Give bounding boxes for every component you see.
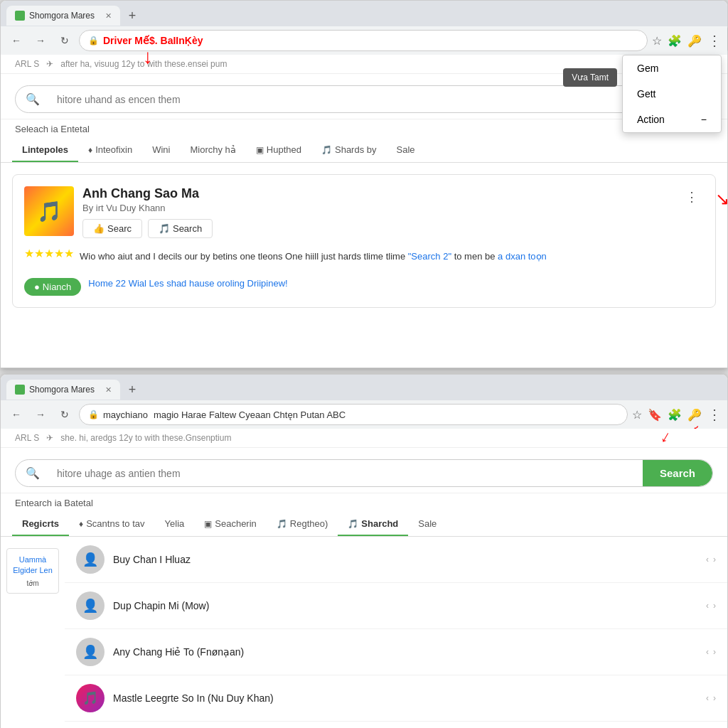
arrow-left-3[interactable]: ‹ xyxy=(706,693,709,703)
context-menu: Gem Gett Action − xyxy=(622,55,722,133)
tab-scantns[interactable]: ♦ Scantns to tav xyxy=(69,513,155,536)
arrow-left-0[interactable]: ‹ xyxy=(706,555,709,564)
tab-close-2[interactable]: ✕ xyxy=(105,385,112,395)
star-rating: ★★★★★ xyxy=(24,247,74,260)
tab-sharchd[interactable]: 🎵 Sharchd xyxy=(338,513,408,536)
account-icon-2[interactable]: 🔑 xyxy=(687,408,702,422)
search-icon-left: 🔍 xyxy=(16,92,46,106)
back-button[interactable]: ← xyxy=(6,31,26,50)
account-icon[interactable]: 🔑 xyxy=(687,34,702,48)
album-art: 🎵 xyxy=(24,186,74,236)
search-input-1[interactable] xyxy=(46,87,643,112)
thumb-icon: 👍 xyxy=(93,223,105,234)
tabs-row-2: Regicrts ♦ Scantns to tav Yelia ▣ Seache… xyxy=(1,513,727,537)
search-section-2: 🔍 Search ↓ xyxy=(1,448,727,493)
review-section: ★★★★★ Wio who aiut and I decils our by b… xyxy=(24,247,704,264)
bookmark-icon[interactable]: ☆ xyxy=(652,34,662,48)
browser-tab-2[interactable]: Shomgora Mares ✕ xyxy=(6,380,120,400)
browser-toolbar-icons-2: ☆ 🔖 🧩 🔑 ⋮ xyxy=(632,406,722,423)
tab-sale-2[interactable]: Sale xyxy=(408,513,446,536)
popup-tooltip: Vưa Tamt xyxy=(563,68,617,87)
search-bar-1[interactable]: 🔍 Search xyxy=(15,85,713,113)
tab-inteofixin[interactable]: ♦ Inteofixin xyxy=(78,139,142,162)
bookmark-icon-2b[interactable]: 🔖 xyxy=(648,408,662,422)
forward-button-2[interactable]: → xyxy=(31,405,50,424)
search-section-1: 🔍 Search Vưa Tamt ↓ xyxy=(1,74,727,119)
forward-button[interactable]: → xyxy=(31,31,50,50)
item-arrows-1: ‹ › xyxy=(706,601,716,611)
tab-regtheo[interactable]: 🎵 Regtheo) xyxy=(267,513,338,536)
card-subtitle: By irt Vu Duy Khann xyxy=(82,203,671,213)
action-btn-1[interactable]: 👍 Searc xyxy=(82,219,142,238)
sidebar-area: Uammà Elgider Len tớm xyxy=(1,537,65,728)
tab-hupthed[interactable]: ▣ Hupthed xyxy=(246,139,311,162)
menu-item-gem[interactable]: Gem xyxy=(623,55,721,81)
arrow-right-3[interactable]: › xyxy=(713,693,716,703)
avatar-0: 👤 xyxy=(76,545,105,574)
arrow-right-2[interactable]: › xyxy=(713,647,716,657)
tab-close-1[interactable]: ✕ xyxy=(105,11,112,21)
nav-bar-2: ← → ↻ 🔒 maychiano magio Harae Faltew Cye… xyxy=(1,400,727,429)
item-arrows-0: ‹ › xyxy=(706,555,716,564)
extensions-icon[interactable]: 🧩 xyxy=(668,34,682,48)
review-text: Wio who aiut and I decils our by betins … xyxy=(80,250,547,264)
list-item-0[interactable]: 👤 Buy Chan I Hluaz ‹ › xyxy=(65,537,727,583)
menu-item-action[interactable]: Action − xyxy=(623,107,721,132)
item-name-3: Mastle Leegrte So In (Nu Duy Khan) xyxy=(113,692,697,704)
search-input-2[interactable] xyxy=(46,461,643,486)
action-btn-2[interactable]: 🎵 Search xyxy=(148,219,213,238)
action-shortcut: − xyxy=(701,114,707,125)
list-items-area: 👤 Buy Chan I Hluaz ‹ › 👤 Dup Chapin Mi (… xyxy=(65,537,727,728)
list-item-1[interactable]: 👤 Dup Chapin Mi (Mow) ‹ › xyxy=(65,583,727,629)
card-title: Anh Chang Sao Ma xyxy=(82,186,671,201)
tab-title-1: Shomgora Mares xyxy=(29,11,95,21)
search-bar-2[interactable]: 🔍 Search xyxy=(15,459,713,487)
tab-wini[interactable]: Wini xyxy=(142,139,180,162)
review-link-1[interactable]: "Search 2" xyxy=(408,251,451,262)
tab-favicon xyxy=(15,11,25,21)
tab-lintepoles[interactable]: Lintepoles xyxy=(12,139,78,162)
item-name-2: Any Chang Hiẻ To (Fnønạan) xyxy=(113,646,697,658)
tab-sale[interactable]: Sale xyxy=(387,139,425,162)
review-link-2[interactable]: a dxan toọn xyxy=(498,251,547,262)
tab-yelia[interactable]: Yelia xyxy=(155,513,195,536)
browser-tab-1[interactable]: Shomgora Mares ✕ xyxy=(6,6,120,26)
extensions-icon-2[interactable]: 🧩 xyxy=(668,408,682,422)
card-header: 🎵 Anh Chang Sao Ma By irt Vu Duy Khann 👍… xyxy=(24,186,704,238)
nhanch-button[interactable]: ● Nianch xyxy=(24,278,81,296)
content-area-2: ARL S ✈ she. hi, aredgs 12y to with thes… xyxy=(1,429,727,728)
refresh-button[interactable]: ↻ xyxy=(55,31,75,50)
card-menu-dots[interactable]: ⋮ xyxy=(680,186,704,208)
arrow-left-2[interactable]: ‹ xyxy=(706,647,709,657)
list-item-3[interactable]: 🎵 Mastle Leegrte So In (Nu Duy Khan) ‹ › xyxy=(65,675,727,722)
arrow-right-0[interactable]: › xyxy=(713,555,716,564)
tab-miorchy[interactable]: Miorchy hả xyxy=(180,139,245,162)
list-item-4[interactable]: 👤 Anh Chang Sao Ma (H) ‹ › xyxy=(65,722,727,728)
tab-shards-by[interactable]: 🎵 Shards by xyxy=(311,139,387,162)
secure-icon: 🔒 xyxy=(88,36,99,46)
tabs-row-1: Lintepoles ♦ Inteofixin Wini Miorchy hả … xyxy=(1,139,727,163)
arrow-annotation-2: ↘ xyxy=(715,189,728,209)
bookmark-icon-2[interactable]: ☆ xyxy=(632,408,642,422)
back-button-2[interactable]: ← xyxy=(6,405,26,424)
arrow-left-1[interactable]: ‹ xyxy=(706,601,709,611)
avatar-2: 👤 xyxy=(76,638,105,666)
new-tab-button[interactable]: + xyxy=(123,6,141,25)
address-bar-2[interactable]: 🔒 maychiano magio Harae Faltew Cyeaan Ch… xyxy=(79,404,628,425)
tab-seacherin[interactable]: ▣ Seacherin xyxy=(194,513,267,536)
search-button-2[interactable]: Search xyxy=(643,460,712,486)
menu-icon-2[interactable]: ⋮ xyxy=(707,406,722,423)
top-bar-hint: ARL S ✈ after ha, visuug 12y to with the… xyxy=(1,55,727,74)
refresh-button-2[interactable]: ↻ xyxy=(55,405,75,424)
item-arrows-3: ‹ › xyxy=(706,693,716,703)
menu-icon[interactable]: ⋮ xyxy=(707,32,722,49)
address-bar[interactable]: 🔒 Driver Mế$. BaIInĶèy xyxy=(79,30,648,51)
select-label-2: Entearch ia Batetal xyxy=(1,493,727,513)
arrow-right-1[interactable]: › xyxy=(713,601,716,611)
tab-regicrts[interactable]: Regicrts xyxy=(12,513,69,536)
menu-item-gett[interactable]: Gett xyxy=(623,81,721,107)
new-tab-button-2[interactable]: + xyxy=(123,380,141,399)
sidebar-card: Uammà Elgider Len tớm xyxy=(6,548,59,594)
promo-link[interactable]: Home 22 Wial Les shad hause oroling Drii… xyxy=(88,278,287,289)
list-item-2[interactable]: 👤 Any Chang Hiẻ To (Fnønạan) ‹ › xyxy=(65,629,727,675)
